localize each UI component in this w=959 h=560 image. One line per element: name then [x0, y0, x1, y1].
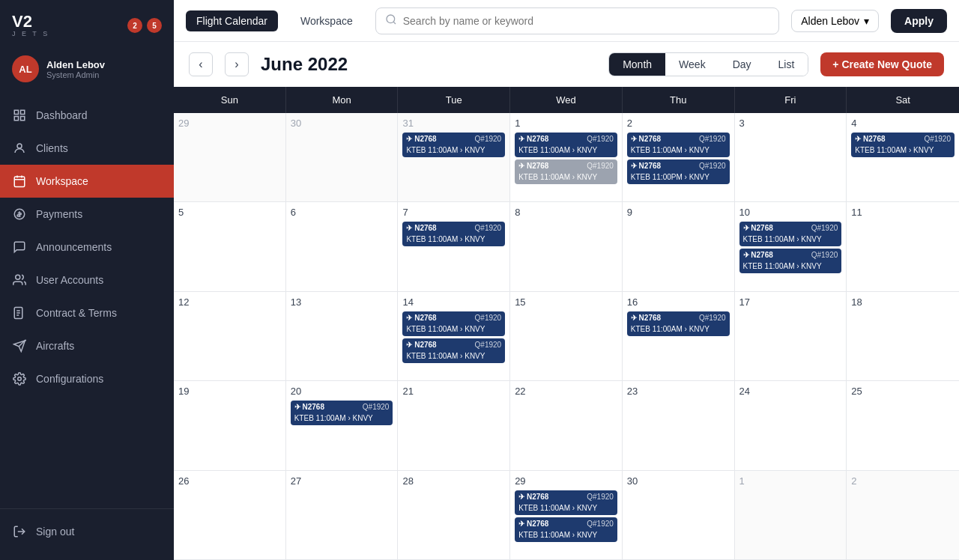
flight-number: ✈ N2768 — [518, 519, 548, 529]
tab-day[interactable]: Day — [719, 53, 765, 76]
calendar-cell[interactable]: 14✈ N2768Q#1920KTEB 11:00AM › KNVY✈ N276… — [398, 292, 510, 380]
flight-number: ✈ N2768 — [518, 161, 548, 171]
user-dropdown[interactable]: Alden Lebov ▾ — [791, 10, 879, 32]
flight-event[interactable]: ✈ N2768Q#1920KTEB 11:00AM › KNVY — [402, 311, 505, 336]
calendar-cell[interactable]: 1✈ N2768Q#1920KTEB 11:00AM › KNVY✈ N2768… — [510, 113, 623, 201]
flight-event[interactable]: ✈ N2768Q#1920KTEB 11:00AM › KNVY — [402, 338, 505, 363]
flight-number: ✈ N2768 — [406, 313, 436, 323]
calendar-cell[interactable]: 5 — [174, 202, 286, 290]
calendar-cell[interactable]: 25 — [847, 381, 959, 469]
flight-route: KTEB 11:00AM › KNVY — [855, 145, 951, 156]
logo-sub: J E T S — [12, 30, 49, 37]
create-new-quote-button[interactable]: + Create New Quote — [820, 52, 944, 76]
calendar-cell[interactable]: 28 — [398, 471, 510, 559]
tab-week[interactable]: Week — [665, 53, 719, 76]
calendar-cell[interactable]: 7✈ N2768Q#1920KTEB 11:00AM › KNVY — [398, 202, 510, 290]
calendar-cell[interactable]: 27 — [286, 471, 399, 559]
calendar-cell[interactable]: 19 — [174, 381, 286, 469]
calendar-cell[interactable]: 26 — [174, 471, 286, 559]
flight-route: KTEB 11:00AM › KNVY — [294, 413, 390, 424]
user-name: Alden Lebov — [46, 59, 105, 70]
sidebar: V2 J E T S 2 5 AL Alden Lebov System Adm… — [0, 0, 174, 560]
flight-event[interactable]: ✈ N2768Q#1920KTEB 11:00AM › KNVY — [851, 133, 955, 157]
sidebar-item-user-accounts[interactable]: User Accounts — [0, 264, 174, 296]
calendar-cell[interactable]: 13 — [286, 292, 399, 380]
prev-month-button[interactable]: ‹ — [189, 52, 213, 76]
flight-route: KTEB 11:00AM › KNVY — [406, 324, 501, 335]
calendar-cell[interactable]: 18 — [847, 292, 959, 380]
flight-event[interactable]: ✈ N2768Q#1920KTEB 11:00AM › KNVY — [627, 311, 730, 336]
sidebar-item-contract[interactable]: Contract & Terms — [0, 296, 174, 329]
calendar-cell[interactable]: 6 — [286, 202, 399, 290]
sidebar-item-label: Sign out — [36, 526, 74, 538]
sidebar-item-configurations[interactable]: Configurations — [0, 362, 174, 395]
flight-event[interactable]: ✈ N2768Q#1920KTEB 11:00AM › KNVY — [515, 133, 617, 157]
day-number: 12 — [178, 296, 281, 308]
flight-event[interactable]: ✈ N2768Q#1920KTEB 11:00AM › KNVY — [627, 133, 730, 157]
apply-button[interactable]: Apply — [891, 9, 947, 33]
day-number: 1 — [739, 475, 842, 487]
calendar-cell[interactable]: 11 — [847, 202, 959, 290]
flight-quote: Q#1920 — [363, 402, 390, 413]
calendar-cell[interactable]: 17 — [735, 292, 847, 380]
calendar-cell[interactable]: 30 — [286, 113, 399, 201]
notification-badge-1[interactable]: 2 — [127, 18, 142, 33]
calendar-cell[interactable]: 2✈ N2768Q#1920KTEB 11:00AM › KNVY✈ N2768… — [623, 113, 735, 201]
calendar-cell[interactable]: 3 — [735, 113, 847, 201]
calendar-cell[interactable]: 10✈ N2768Q#1920KTEB 11:00AM › KNVY✈ N276… — [735, 202, 847, 290]
calendar-cell[interactable]: 8 — [510, 202, 623, 290]
tab-month[interactable]: Month — [609, 53, 665, 76]
day-number: 14 — [402, 296, 505, 308]
day-number: 19 — [178, 386, 281, 397]
flight-number: ✈ N2768 — [743, 223, 773, 234]
calendar-cell[interactable]: 20✈ N2768Q#1920KTEB 11:00AM › KNVY — [286, 381, 399, 469]
flight-event[interactable]: ✈ N2768Q#1920KTEB 11:00PM › KNVY — [627, 159, 730, 184]
flight-event[interactable]: ✈ N2768Q#1920KTEB 11:00AM › KNVY — [515, 490, 617, 515]
calendar-title: June 2022 — [261, 54, 348, 75]
search-input[interactable] — [403, 15, 770, 27]
tab-list[interactable]: List — [765, 53, 808, 76]
calendar-cell[interactable]: 9 — [623, 202, 735, 290]
calendar-cell[interactable]: 1 — [735, 471, 847, 559]
flight-event[interactable]: ✈ N2768Q#1920KTEB 11:00AM › KNVY — [739, 249, 842, 273]
notification-badge-2[interactable]: 5 — [147, 18, 162, 33]
sidebar-item-dashboard[interactable]: Dashboard — [0, 99, 174, 132]
calendar-cell[interactable]: 24 — [735, 381, 847, 469]
flight-event[interactable]: ✈ N2768Q#1920KTEB 11:00AM › KNVY — [402, 222, 505, 246]
flight-route: KTEB 11:00AM › KNVY — [518, 172, 614, 183]
calendar-cell[interactable]: 30 — [623, 471, 735, 559]
calendar-cell[interactable]: 31✈ N2768Q#1920KTEB 11:00AM › KNVY — [398, 113, 510, 201]
flight-event[interactable]: ✈ N2768Q#1920KTEB 11:00AM › KNVY — [402, 133, 505, 157]
calendar-cell[interactable]: 29✈ N2768Q#1920KTEB 11:00AM › KNVY✈ N276… — [510, 471, 623, 559]
calendar-cell[interactable]: 23 — [623, 381, 735, 469]
sidebar-item-workspace[interactable]: Workspace — [0, 165, 174, 198]
calendar-cell[interactable]: 15 — [510, 292, 623, 380]
flight-event[interactable]: ✈ N2768Q#1920KTEB 11:00AM › KNVY — [515, 517, 617, 542]
flight-number: ✈ N2768 — [743, 250, 773, 261]
calendar-cell[interactable]: 29 — [174, 113, 286, 201]
flight-event[interactable]: ✈ N2768Q#1920KTEB 11:00AM › KNVY — [739, 222, 842, 246]
day-number: 7 — [402, 207, 505, 218]
flight-quote: Q#1920 — [811, 223, 838, 234]
tab-workspace[interactable]: Workspace — [290, 10, 363, 31]
next-month-button[interactable]: › — [225, 52, 249, 76]
calendar-cell[interactable]: 22 — [510, 381, 623, 469]
flight-quote: Q#1920 — [924, 134, 951, 144]
calendar-cell[interactable]: 12 — [174, 292, 286, 380]
flight-event[interactable]: ✈ N2768Q#1920KTEB 11:00AM › KNVY — [291, 401, 393, 425]
flight-event[interactable]: ✈ N2768Q#1920KTEB 11:00AM › KNVY — [515, 159, 617, 184]
flight-quote: Q#1920 — [587, 519, 614, 529]
sidebar-item-payments[interactable]: Payments — [0, 198, 174, 231]
tab-flight-calendar[interactable]: Flight Calendar — [186, 10, 278, 31]
sidebar-item-announcements[interactable]: Announcements — [0, 231, 174, 264]
sidebar-item-aircrafts[interactable]: Aircrafts — [0, 329, 174, 362]
sidebar-item-label: Payments — [36, 208, 82, 220]
calendar-cell[interactable]: 21 — [398, 381, 510, 469]
calendar-cell[interactable]: 4✈ N2768Q#1920KTEB 11:00AM › KNVY — [847, 113, 959, 201]
day-number: 2 — [627, 118, 730, 129]
flight-quote: Q#1920 — [475, 223, 502, 234]
calendar-cell[interactable]: 16✈ N2768Q#1920KTEB 11:00AM › KNVY — [623, 292, 735, 380]
calendar-cell[interactable]: 2 — [847, 471, 959, 559]
sidebar-item-clients[interactable]: Clients — [0, 132, 174, 165]
sidebar-item-signout[interactable]: Sign out — [0, 515, 174, 548]
